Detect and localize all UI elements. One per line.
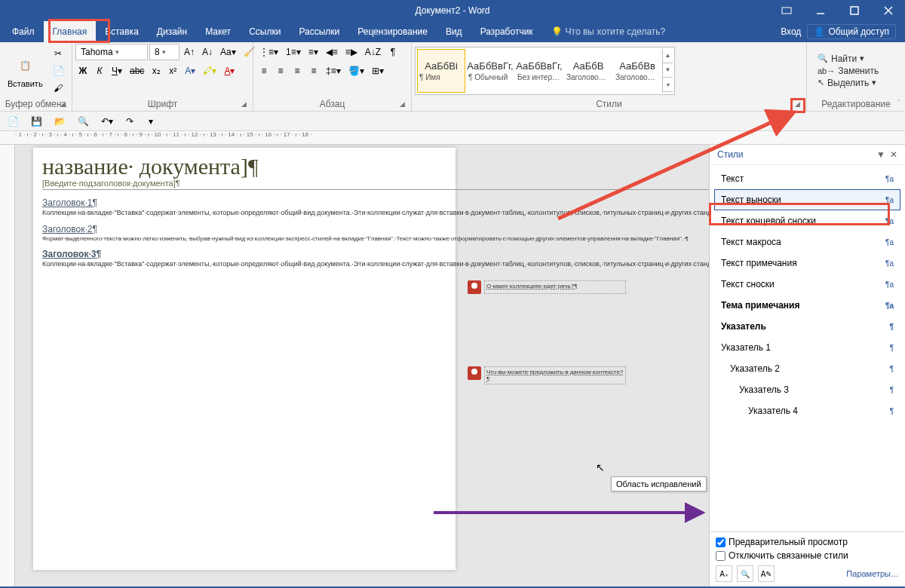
tab-developer[interactable]: Разработчик — [471, 21, 542, 42]
style-pane-item[interactable]: Указатель 4¶ — [714, 400, 900, 421]
tab-home[interactable]: Главная — [44, 21, 97, 42]
font-launcher[interactable]: ◢ — [239, 100, 248, 109]
style-pane-item[interactable]: Текст выноски¶a — [714, 189, 900, 210]
share-button[interactable]: 👤 Общий доступ — [807, 24, 896, 39]
styles-launcher[interactable]: ◢ — [793, 100, 802, 109]
qat-preview-icon[interactable]: 🔍 — [75, 113, 92, 130]
format-painter-icon[interactable]: 🖌 — [50, 80, 67, 96]
paste-button[interactable]: 📋 Вставить — [3, 46, 48, 96]
style-pane-item[interactable]: Текст макроса¶a — [714, 231, 900, 253]
multilevel-icon[interactable]: ≡▾ — [305, 44, 321, 60]
style-gallery-item[interactable]: АаБбВвЗаголово… — [613, 49, 661, 93]
align-left-icon[interactable]: ≡ — [256, 63, 272, 79]
strike-button[interactable]: abc — [127, 63, 147, 79]
styles-gallery[interactable]: АаБбВі¶ ИмяАаБбВвГг,¶ ОбычныйАаБбВвГг,Бе… — [415, 47, 675, 95]
shading-icon[interactable]: 🪣▾ — [345, 63, 367, 79]
find-button[interactable]: 🔍 Найти ▾ — [818, 54, 879, 64]
disable-linked-checkbox[interactable]: Отключить связанные стили — [716, 550, 899, 561]
close-icon[interactable] — [871, 0, 905, 21]
style-gallery-item[interactable]: АаБбВвГг,¶ Обычный — [466, 49, 514, 93]
subscript-button[interactable]: x₂ — [149, 63, 164, 79]
tab-mailings[interactable]: Рассылки — [290, 21, 348, 42]
qat-more-icon[interactable]: ▾ — [143, 113, 158, 130]
preview-checkbox[interactable]: Предварительный просмотр — [716, 537, 899, 547]
style-inspector-icon[interactable]: 🔍 — [737, 565, 753, 582]
paragraph-launcher[interactable]: ◢ — [397, 100, 406, 109]
ruler-vertical[interactable] — [0, 145, 15, 586]
tab-layout[interactable]: Макет — [196, 21, 240, 42]
justify-icon[interactable]: ≡ — [306, 63, 321, 79]
heading-3[interactable]: Заголовок·3¶ — [42, 249, 709, 259]
style-pane-item[interactable]: Текст концевой сноски¶a — [714, 210, 900, 231]
style-pane-item[interactable]: Указатель¶ — [714, 316, 900, 337]
sort-icon[interactable]: A↓Z — [362, 44, 384, 60]
style-gallery-scroll[interactable]: ▲▼▾ — [662, 49, 673, 93]
align-right-icon[interactable]: ≡ — [290, 63, 305, 79]
style-gallery-item[interactable]: АаБбВі¶ Имя — [417, 49, 465, 93]
doc-subtitle[interactable]: [Введите·подзаголовок·документа]¶ — [42, 179, 709, 190]
line-spacing-icon[interactable]: ‡≡▾ — [323, 63, 344, 79]
increase-indent-icon[interactable]: ≡▶ — [342, 44, 360, 60]
qat-redo-icon[interactable]: ↷ — [122, 113, 137, 130]
ribbon-display-icon[interactable] — [769, 0, 803, 21]
style-gallery-item[interactable]: АаБбВвГг,Без интер… — [515, 49, 563, 93]
tab-file[interactable]: Файл — [3, 21, 44, 42]
style-pane-item[interactable]: Указатель 1¶ — [714, 337, 900, 358]
font-color-icon[interactable]: A▾ — [221, 63, 238, 79]
heading-2[interactable]: Заголовок·2¶ — [42, 224, 709, 234]
superscript-button[interactable]: x² — [165, 63, 180, 79]
collapse-ribbon-icon[interactable]: ˇ — [898, 100, 900, 108]
manage-styles-icon[interactable]: A✎ — [758, 565, 775, 582]
tab-insert[interactable]: Вставка — [96, 21, 148, 42]
qat-open-icon[interactable]: 📂 — [51, 113, 69, 130]
tab-view[interactable]: Вид — [437, 21, 471, 42]
style-gallery-item[interactable]: АаБбВЗаголово… — [564, 49, 612, 93]
para-2[interactable]: Формат·выделенного·текста·можно·легко·из… — [42, 234, 709, 243]
bullets-icon[interactable]: ⋮≡▾ — [256, 44, 281, 60]
decrease-indent-icon[interactable]: ◀≡ — [323, 44, 341, 60]
bold-button[interactable]: Ж — [75, 63, 90, 79]
maximize-icon[interactable] — [837, 0, 871, 21]
comment-2[interactable]: Что·вы·можете·предложить·в·данном·контек… — [468, 366, 626, 384]
copy-icon[interactable]: 📄 — [50, 63, 67, 79]
cut-icon[interactable]: ✂ — [50, 45, 67, 62]
pane-close-icon[interactable]: ✕ — [890, 149, 897, 160]
shrink-font-icon[interactable]: A↓ — [199, 44, 216, 60]
text-effects-icon[interactable]: A▾ — [182, 63, 198, 79]
underline-button[interactable]: Ч▾ — [109, 63, 125, 79]
doc-title[interactable]: название· документа]¶ — [42, 154, 709, 179]
highlight-icon[interactable]: 🖍▾ — [200, 63, 219, 79]
login-link[interactable]: Вход — [781, 26, 801, 37]
params-link[interactable]: Параметры… — [846, 569, 899, 578]
style-pane-item[interactable]: Указатель 2¶ — [714, 358, 900, 379]
borders-icon[interactable]: ⊞▾ — [369, 63, 387, 79]
tell-me[interactable]: 💡 Что вы хотите сделать? — [542, 21, 675, 42]
change-case-icon[interactable]: Aa▾ — [217, 44, 239, 60]
italic-button[interactable]: К — [92, 63, 107, 79]
style-pane-item[interactable]: Тема примечания¶a — [714, 295, 900, 316]
tab-review[interactable]: Рецензирование — [348, 21, 437, 42]
qat-undo-icon[interactable]: ↶▾ — [98, 113, 116, 130]
style-pane-item[interactable]: Текст¶a — [714, 168, 900, 189]
pane-dropdown-icon[interactable]: ▼ — [876, 149, 885, 160]
heading-1[interactable]: Заголовок·1¶ — [42, 198, 709, 208]
document-canvas[interactable]: название· документа]¶ [Введите·подзаголо… — [15, 145, 709, 586]
style-pane-item[interactable]: Текст примечания¶a — [714, 253, 900, 274]
minimize-icon[interactable] — [803, 0, 837, 21]
para-1[interactable]: Коллекции·на·вкладке·"Вставка"·содержат·… — [42, 208, 709, 218]
ruler-horizontal[interactable]: · 1 · ı · 2 · ı · 3 · ı · 4 · ı · 5 · ı … — [0, 131, 905, 145]
qat-new-icon[interactable]: 📄 — [5, 113, 22, 130]
align-center-icon[interactable]: ≡ — [273, 63, 288, 79]
qat-save-icon[interactable]: 💾 — [28, 113, 45, 130]
numbering-icon[interactable]: 1≡▾ — [283, 44, 304, 60]
tab-references[interactable]: Ссылки — [240, 21, 290, 42]
clipboard-launcher[interactable]: ◢ — [58, 100, 67, 109]
new-style-icon[interactable]: A₊ — [716, 565, 732, 582]
tab-design[interactable]: Дизайн — [148, 21, 196, 42]
replace-button[interactable]: ab→ Заменить — [818, 66, 879, 76]
font-name-combo[interactable]: Tahoma▾ — [75, 44, 148, 60]
show-marks-icon[interactable]: ¶ — [385, 44, 400, 60]
style-pane-item[interactable]: Текст сноски¶a — [714, 274, 900, 295]
font-size-combo[interactable]: 8▾ — [149, 44, 179, 60]
style-pane-item[interactable]: Указатель 3¶ — [714, 379, 900, 400]
